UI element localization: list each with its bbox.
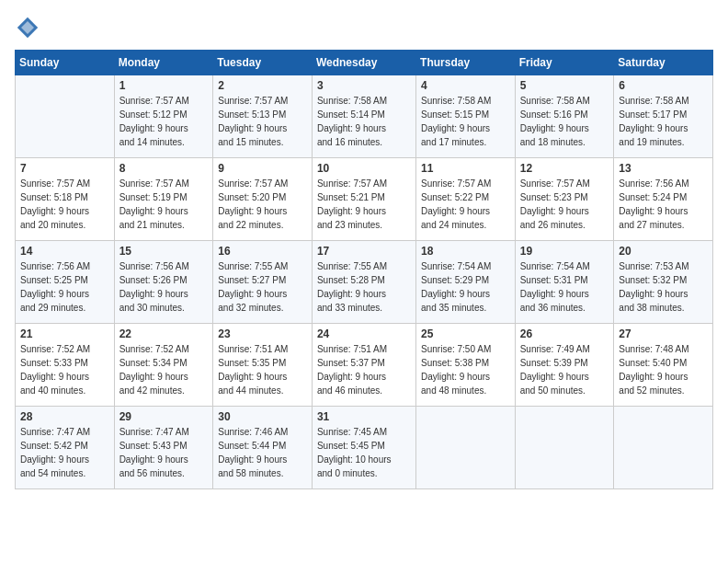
- day-info: Sunrise: 7:57 AM Sunset: 5:20 PM Dayligh…: [218, 177, 307, 232]
- calendar-cell: 5Sunrise: 7:58 AM Sunset: 5:16 PM Daylig…: [515, 75, 614, 158]
- day-number: 29: [119, 410, 209, 423]
- header-sunday: Sunday: [16, 51, 115, 75]
- day-info: Sunrise: 7:47 AM Sunset: 5:42 PM Dayligh…: [20, 425, 109, 480]
- day-number: 22: [119, 327, 209, 340]
- day-number: 26: [520, 327, 609, 340]
- header-friday: Friday: [515, 51, 614, 75]
- day-info: Sunrise: 7:48 AM Sunset: 5:40 PM Dayligh…: [619, 342, 708, 397]
- day-number: 18: [421, 245, 510, 258]
- calendar-cell: 7Sunrise: 7:57 AM Sunset: 5:18 PM Daylig…: [16, 158, 115, 241]
- day-number: 12: [520, 162, 609, 175]
- calendar-cell: 24Sunrise: 7:51 AM Sunset: 5:37 PM Dayli…: [312, 324, 415, 407]
- day-number: 31: [317, 410, 411, 423]
- calendar-cell: [16, 75, 115, 158]
- calendar-cell: 23Sunrise: 7:51 AM Sunset: 5:35 PM Dayli…: [213, 324, 313, 407]
- day-info: Sunrise: 7:50 AM Sunset: 5:38 PM Dayligh…: [421, 342, 510, 397]
- header-row: SundayMondayTuesdayWednesdayThursdayFrid…: [16, 51, 713, 75]
- day-info: Sunrise: 7:58 AM Sunset: 5:14 PM Dayligh…: [317, 94, 411, 149]
- calendar-cell: 15Sunrise: 7:56 AM Sunset: 5:26 PM Dayli…: [114, 241, 213, 324]
- calendar-cell: 18Sunrise: 7:54 AM Sunset: 5:29 PM Dayli…: [416, 241, 516, 324]
- header-saturday: Saturday: [614, 51, 713, 75]
- day-info: Sunrise: 7:55 AM Sunset: 5:27 PM Dayligh…: [218, 259, 307, 315]
- day-number: 5: [520, 79, 609, 92]
- day-info: Sunrise: 7:54 AM Sunset: 5:29 PM Dayligh…: [421, 259, 510, 315]
- day-number: 7: [20, 162, 109, 175]
- calendar-cell: 12Sunrise: 7:57 AM Sunset: 5:23 PM Dayli…: [515, 158, 614, 241]
- calendar-cell: 31Sunrise: 7:45 AM Sunset: 5:45 PM Dayli…: [312, 407, 415, 489]
- day-info: Sunrise: 7:57 AM Sunset: 5:12 PM Dayligh…: [119, 94, 209, 149]
- day-info: Sunrise: 7:56 AM Sunset: 5:24 PM Dayligh…: [619, 177, 708, 232]
- day-number: 13: [619, 162, 708, 175]
- header-wednesday: Wednesday: [312, 51, 415, 75]
- calendar-cell: [416, 407, 516, 489]
- calendar-cell: 13Sunrise: 7:56 AM Sunset: 5:24 PM Dayli…: [614, 158, 713, 241]
- day-info: Sunrise: 7:54 AM Sunset: 5:31 PM Dayligh…: [520, 259, 609, 315]
- day-number: 9: [218, 162, 307, 175]
- calendar-cell: 25Sunrise: 7:50 AM Sunset: 5:38 PM Dayli…: [416, 324, 516, 407]
- week-row-3: 14Sunrise: 7:56 AM Sunset: 5:25 PM Dayli…: [16, 241, 713, 324]
- calendar-cell: [614, 407, 713, 489]
- calendar-cell: 29Sunrise: 7:47 AM Sunset: 5:43 PM Dayli…: [114, 407, 213, 489]
- day-number: 23: [218, 327, 307, 340]
- logo-icon: [15, 15, 40, 40]
- calendar-cell: 10Sunrise: 7:57 AM Sunset: 5:21 PM Dayli…: [312, 158, 415, 241]
- day-number: 21: [20, 327, 109, 340]
- day-info: Sunrise: 7:52 AM Sunset: 5:34 PM Dayligh…: [119, 342, 209, 397]
- calendar-cell: 8Sunrise: 7:57 AM Sunset: 5:19 PM Daylig…: [114, 158, 213, 241]
- day-info: Sunrise: 7:57 AM Sunset: 5:19 PM Dayligh…: [119, 177, 209, 232]
- day-number: 1: [119, 79, 209, 92]
- day-number: 14: [20, 245, 109, 258]
- day-number: 20: [619, 245, 708, 258]
- day-info: Sunrise: 7:49 AM Sunset: 5:39 PM Dayligh…: [520, 342, 609, 397]
- day-number: 24: [317, 327, 411, 340]
- day-info: Sunrise: 7:58 AM Sunset: 5:16 PM Dayligh…: [520, 94, 609, 149]
- day-info: Sunrise: 7:57 AM Sunset: 5:23 PM Dayligh…: [520, 177, 609, 232]
- calendar-cell: 26Sunrise: 7:49 AM Sunset: 5:39 PM Dayli…: [515, 324, 614, 407]
- header-tuesday: Tuesday: [213, 51, 313, 75]
- week-row-2: 7Sunrise: 7:57 AM Sunset: 5:18 PM Daylig…: [16, 158, 713, 241]
- day-info: Sunrise: 7:58 AM Sunset: 5:17 PM Dayligh…: [619, 94, 708, 149]
- day-number: 17: [317, 245, 411, 258]
- day-info: Sunrise: 7:56 AM Sunset: 5:26 PM Dayligh…: [119, 259, 209, 315]
- day-number: 19: [520, 245, 609, 258]
- day-info: Sunrise: 7:47 AM Sunset: 5:43 PM Dayligh…: [119, 425, 209, 480]
- day-number: 4: [421, 79, 510, 92]
- calendar-cell: 14Sunrise: 7:56 AM Sunset: 5:25 PM Dayli…: [16, 241, 115, 324]
- calendar-cell: 20Sunrise: 7:53 AM Sunset: 5:32 PM Dayli…: [614, 241, 713, 324]
- calendar-cell: 19Sunrise: 7:54 AM Sunset: 5:31 PM Dayli…: [515, 241, 614, 324]
- day-info: Sunrise: 7:53 AM Sunset: 5:32 PM Dayligh…: [619, 259, 708, 315]
- day-number: 8: [119, 162, 209, 175]
- calendar-cell: 6Sunrise: 7:58 AM Sunset: 5:17 PM Daylig…: [614, 75, 713, 158]
- day-number: 2: [218, 79, 307, 92]
- day-number: 27: [619, 327, 708, 340]
- calendar-cell: 9Sunrise: 7:57 AM Sunset: 5:20 PM Daylig…: [213, 158, 313, 241]
- calendar-cell: 17Sunrise: 7:55 AM Sunset: 5:28 PM Dayli…: [312, 241, 415, 324]
- calendar-cell: [515, 407, 614, 489]
- calendar-cell: 3Sunrise: 7:58 AM Sunset: 5:14 PM Daylig…: [312, 75, 415, 158]
- calendar-cell: 4Sunrise: 7:58 AM Sunset: 5:15 PM Daylig…: [416, 75, 516, 158]
- day-number: 25: [421, 327, 510, 340]
- day-info: Sunrise: 7:51 AM Sunset: 5:35 PM Dayligh…: [218, 342, 307, 397]
- day-info: Sunrise: 7:57 AM Sunset: 5:21 PM Dayligh…: [317, 177, 411, 232]
- calendar-cell: 2Sunrise: 7:57 AM Sunset: 5:13 PM Daylig…: [213, 75, 313, 158]
- day-number: 15: [119, 245, 209, 258]
- calendar-cell: 11Sunrise: 7:57 AM Sunset: 5:22 PM Dayli…: [416, 158, 516, 241]
- day-number: 16: [218, 245, 307, 258]
- day-number: 10: [317, 162, 411, 175]
- week-row-5: 28Sunrise: 7:47 AM Sunset: 5:42 PM Dayli…: [16, 407, 713, 489]
- day-info: Sunrise: 7:55 AM Sunset: 5:28 PM Dayligh…: [317, 259, 411, 315]
- day-info: Sunrise: 7:58 AM Sunset: 5:15 PM Dayligh…: [421, 94, 510, 149]
- day-info: Sunrise: 7:45 AM Sunset: 5:45 PM Dayligh…: [317, 425, 411, 480]
- day-number: 3: [317, 79, 411, 92]
- day-number: 30: [218, 410, 307, 423]
- day-number: 11: [421, 162, 510, 175]
- day-number: 6: [619, 79, 708, 92]
- calendar-cell: 22Sunrise: 7:52 AM Sunset: 5:34 PM Dayli…: [114, 324, 213, 407]
- week-row-4: 21Sunrise: 7:52 AM Sunset: 5:33 PM Dayli…: [16, 324, 713, 407]
- calendar-cell: 1Sunrise: 7:57 AM Sunset: 5:12 PM Daylig…: [114, 75, 213, 158]
- day-info: Sunrise: 7:52 AM Sunset: 5:33 PM Dayligh…: [20, 342, 109, 397]
- day-info: Sunrise: 7:51 AM Sunset: 5:37 PM Dayligh…: [317, 342, 411, 397]
- calendar-table: SundayMondayTuesdayWednesdayThursdayFrid…: [15, 50, 713, 489]
- week-row-1: 1Sunrise: 7:57 AM Sunset: 5:12 PM Daylig…: [16, 75, 713, 158]
- day-number: 28: [20, 410, 109, 423]
